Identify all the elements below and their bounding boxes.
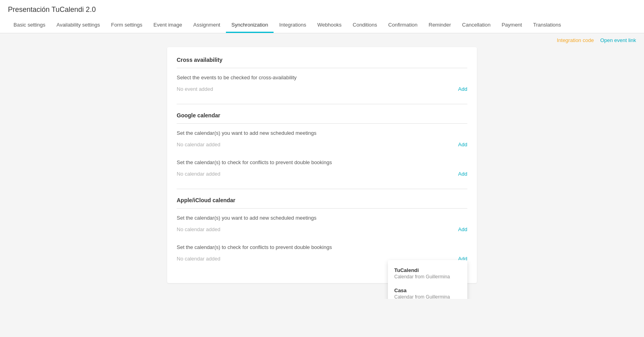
google-scheduled-section: Set the calendar(s) you want to add new … [177, 130, 467, 150]
apple-calendar-title: Apple/iCloud calendar [177, 197, 467, 209]
google-conflicts-row: No calendar added Add [177, 168, 467, 179]
cross-availability-title: Cross availability [177, 57, 467, 68]
tab-translations[interactable]: Translations [528, 18, 567, 33]
tab-form-settings[interactable]: Form settings [106, 18, 148, 33]
apple-scheduled-empty: No calendar added [177, 226, 220, 232]
apple-conflicts-desc: Set the calendar(s) to check for conflic… [177, 244, 467, 250]
calendar-dropdown: TuCalendiCalendar from GuillerminaCasaCa… [388, 260, 467, 299]
app-title: Presentación TuCalendi 2.0 [8, 6, 636, 18]
dropdown-item-subtitle: Calendar from Guillermina [394, 274, 461, 280]
cross-availability-empty: No event added [177, 86, 213, 92]
tab-conditions[interactable]: Conditions [347, 18, 382, 33]
tab-synchronization[interactable]: Synchronization [226, 18, 274, 33]
tab-event-image[interactable]: Event image [148, 18, 188, 33]
divider-2 [177, 189, 467, 189]
google-conflicts-section: Set the calendar(s) to check for conflic… [177, 159, 467, 179]
cross-availability-add-btn[interactable]: Add [458, 86, 467, 92]
tab-reminder[interactable]: Reminder [423, 18, 457, 33]
tab-integrations[interactable]: Integrations [274, 18, 312, 33]
dropdown-item[interactable]: TuCalendiCalendar from Guillermina [388, 263, 467, 283]
dropdown-item-title: TuCalendi [394, 267, 461, 273]
tab-webhooks[interactable]: Webhooks [312, 18, 347, 33]
divider-1 [177, 104, 467, 104]
tab-payment[interactable]: Payment [496, 18, 527, 33]
synchronization-card: Cross availability Select the events to … [167, 47, 477, 283]
tab-availability-settings[interactable]: Availability settings [51, 18, 106, 33]
top-actions: Integration code Open event link [0, 33, 644, 47]
apple-conflicts-empty: No calendar added [177, 256, 220, 262]
apple-scheduled-add-btn[interactable]: Add [458, 226, 467, 232]
tab-basic-settings[interactable]: Basic settings [8, 18, 51, 33]
google-calendar-title: Google calendar [177, 112, 467, 124]
cross-availability-desc: Select the events to be checked for cros… [177, 75, 467, 80]
dropdown-item-title: Casa [394, 287, 461, 293]
cross-availability-row: No event added Add [177, 84, 467, 94]
open-event-link[interactable]: Open event link [600, 37, 636, 43]
google-conflicts-add-btn[interactable]: Add [458, 171, 467, 177]
google-conflicts-empty: No calendar added [177, 171, 220, 177]
apple-scheduled-row: No calendar added Add [177, 224, 467, 235]
nav-tabs: Basic settingsAvailability settingsForm … [8, 18, 636, 33]
apple-scheduled-desc: Set the calendar(s) you want to add new … [177, 215, 467, 221]
cross-availability-section: Select the events to be checked for cros… [177, 75, 467, 94]
app-header: Presentación TuCalendi 2.0 Basic setting… [0, 0, 644, 33]
google-scheduled-row: No calendar added Add [177, 139, 467, 150]
google-scheduled-desc: Set the calendar(s) you want to add new … [177, 130, 467, 136]
tab-cancellation[interactable]: Cancellation [457, 18, 496, 33]
integration-code-link[interactable]: Integration code [557, 37, 594, 43]
main-content: Cross availability Select the events to … [159, 47, 485, 299]
apple-scheduled-section: Set the calendar(s) you want to add new … [177, 215, 467, 235]
google-scheduled-add-btn[interactable]: Add [458, 142, 467, 147]
dropdown-item[interactable]: CasaCalendar from Guillermina [388, 283, 467, 299]
tab-assignment[interactable]: Assignment [188, 18, 226, 33]
apple-conflicts-section: Set the calendar(s) to check for conflic… [177, 244, 467, 264]
tab-confirmation[interactable]: Confirmation [383, 18, 423, 33]
google-conflicts-desc: Set the calendar(s) to check for conflic… [177, 159, 467, 165]
google-scheduled-empty: No calendar added [177, 142, 220, 147]
dropdown-item-subtitle: Calendar from Guillermina [394, 294, 461, 299]
